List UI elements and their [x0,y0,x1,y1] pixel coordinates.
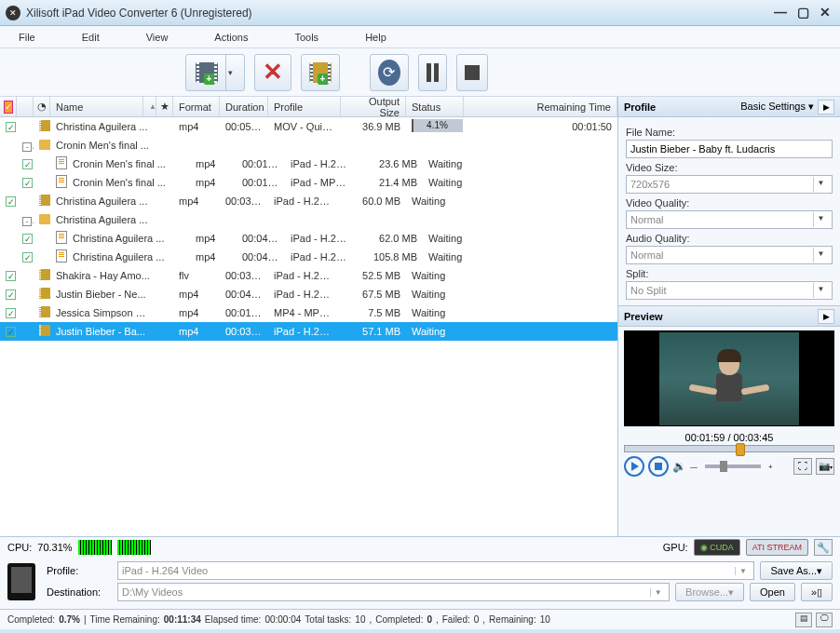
app-icon: ✕ [6,6,20,20]
side-pane: Profile Basic Settings ▾ ▶ File Name: Vi… [618,97,840,536]
col-sort-icon[interactable]: ▲ [143,97,156,116]
aquality-label: Audio Quality: [626,233,833,244]
sb-total: 10 [355,614,365,625]
open-button[interactable]: Open [750,583,795,601]
stop-playback-button[interactable] [648,456,669,477]
seek-bar[interactable] [624,445,834,452]
menu-file[interactable]: File [19,32,35,43]
close-button[interactable]: ✕ [816,6,834,20]
convert-button[interactable]: ⟳ [370,54,409,91]
panel-collapse-icon[interactable]: ▶ [818,100,834,114]
stop-button[interactable] [456,54,488,91]
basic-settings-dropdown[interactable]: Basic Settings ▾ [740,101,814,113]
gpu-settings-button[interactable]: 🔧 [814,539,833,556]
col-output[interactable]: Output Size [341,97,406,116]
menu-help[interactable]: Help [365,32,386,43]
table-row[interactable]: ✓Justin Bieber - Ne...mp400:04:25iPad - … [0,285,617,303]
menu-view[interactable]: View [146,32,169,43]
list-header: ✓ ◔ Name ▲ ★ Format Duration Profile Out… [0,97,617,117]
videosize-combo[interactable]: 720x576▼ [626,175,833,194]
device-icon [7,563,35,600]
col-remaining[interactable]: Remaining Time [464,97,617,116]
table-row[interactable]: -Cronin Men's final ... [0,136,617,155]
fullscreen-button[interactable]: ⛶ [793,458,812,475]
sb-rem-lbl: Remaining: [489,614,536,625]
table-row[interactable]: ✓Cronin Men's final ...mp400:01:33iPad -… [0,173,617,192]
destination-field[interactable]: D:\My Videos▼ [117,583,670,601]
cpu-value: 70.31% [37,542,72,553]
sb-elapsed-lbl: Elapsed time: [205,614,262,625]
minimize-button[interactable]: — [771,6,790,20]
cuda-badge: ◉ CUDA [694,539,740,556]
table-row[interactable]: ✓Justin Bieber - Ba...mp400:03:45iPad - … [0,322,617,341]
sb-total-lbl: Total tasks: [305,614,351,625]
col-profile[interactable]: Profile [268,97,341,116]
vquality-combo[interactable]: Normal▼ [626,210,833,229]
pause-button[interactable] [418,54,447,91]
sb-log-button[interactable]: ▤ [795,613,812,627]
sb-rem: 10 [540,614,550,625]
playback-time: 00:01:59 / 00:03:45 [620,432,838,443]
add-file-button[interactable]: +▾ [185,54,245,91]
profile-field[interactable]: iPad - H.264 Video▼ [117,561,754,580]
sb-completed: 0.7% [59,614,80,625]
sb-timerem: 00:11:34 [164,614,201,625]
saveas-button[interactable]: Save As... ▾ [760,561,833,580]
col-status[interactable]: Status [406,97,464,116]
destination-label: Destination: [47,586,112,598]
volume-icon[interactable]: 🔉 [672,460,686,473]
volume-slider[interactable] [705,465,761,468]
sb-fail: 0 [474,614,480,625]
table-row[interactable]: ✓Shakira - Hay Amo...flv00:03:27iPad - H… [0,266,617,285]
filename-label: File Name: [626,127,833,138]
videosize-label: Video Size: [626,162,833,173]
preview-panel-title: Preview [624,311,663,322]
menubar: File Edit View Actions Tools Help [0,26,840,48]
table-row[interactable]: ✓Christina Aguilera ...mp400:04:04iPad -… [0,248,617,266]
table-row[interactable]: ✓Jessica Simpson S...mp400:01:05MP4 - MP… [0,303,617,322]
col-icon[interactable]: ◔ [34,97,50,116]
sb-fail-lbl: Failed: [442,614,470,625]
video-scene [659,332,799,425]
maximize-button[interactable]: ▢ [793,6,812,20]
preview-collapse-icon[interactable]: ▶ [818,309,834,324]
menu-tools[interactable]: Tools [294,32,318,43]
col-format[interactable]: Format [173,97,220,116]
sb-completed-lbl: Completed: [7,614,55,625]
table-row[interactable]: ✓Cronin Men's final ...mp400:01:33iPad -… [0,155,617,173]
browse-button[interactable]: Browse... ▾ [675,583,744,601]
table-row[interactable]: ✓Christina Aguilera ...mp400:05:31MOV - … [0,117,617,136]
table-row[interactable]: -Christina Aguilera ... [0,210,617,229]
toolbar: +▾ ✕ + ⟳ [0,48,840,97]
menu-edit[interactable]: Edit [82,32,100,43]
profile-label: Profile: [47,565,112,576]
delete-button[interactable]: ✕ [254,54,291,91]
select-all-checkbox[interactable]: ✓ [4,101,13,114]
cpu-label: CPU: [7,542,32,553]
ati-badge: ATI STREAM [746,539,808,556]
col-duration[interactable]: Duration [220,97,268,116]
table-row[interactable]: ✓Christina Aguilera ...mp400:03:56iPad -… [0,192,617,210]
menu-actions[interactable]: Actions [214,32,248,43]
sb-compcnt-lbl: Completed: [375,614,423,625]
col-name[interactable]: Name [50,97,143,116]
gpu-label: GPU: [663,542,688,553]
snapshot-button[interactable]: 📷▾ [816,458,834,475]
window-title: Xilisoft iPad Video Converter 6 (Unregis… [26,7,771,20]
table-row[interactable]: ✓Christina Aguilera ...mp400:04:04iPad -… [0,229,617,248]
aquality-combo[interactable]: Normal▼ [626,246,833,264]
sb-elapsed: 00:00:04 [264,614,301,625]
filename-input[interactable] [626,140,833,158]
sb-compcnt: 0 [427,614,432,625]
list-body: ✓Christina Aguilera ...mp400:05:31MOV - … [0,117,617,536]
titlebar: ✕ Xilisoft iPad Video Converter 6 (Unreg… [0,0,840,26]
play-button[interactable] [624,456,644,477]
preview-frame [624,330,834,426]
sb-monitor-button[interactable]: 🖵 [816,613,833,627]
bottom-panel: CPU: 70.31% GPU: ◉ CUDA ATI STREAM 🔧 Pro… [0,536,840,609]
upload-button[interactable]: »▯ [801,583,833,601]
col-star[interactable]: ★ [156,97,173,116]
split-combo[interactable]: No Split▼ [626,281,833,300]
cpu-graph-1 [78,540,112,555]
add-profile-button[interactable]: + [301,54,340,91]
